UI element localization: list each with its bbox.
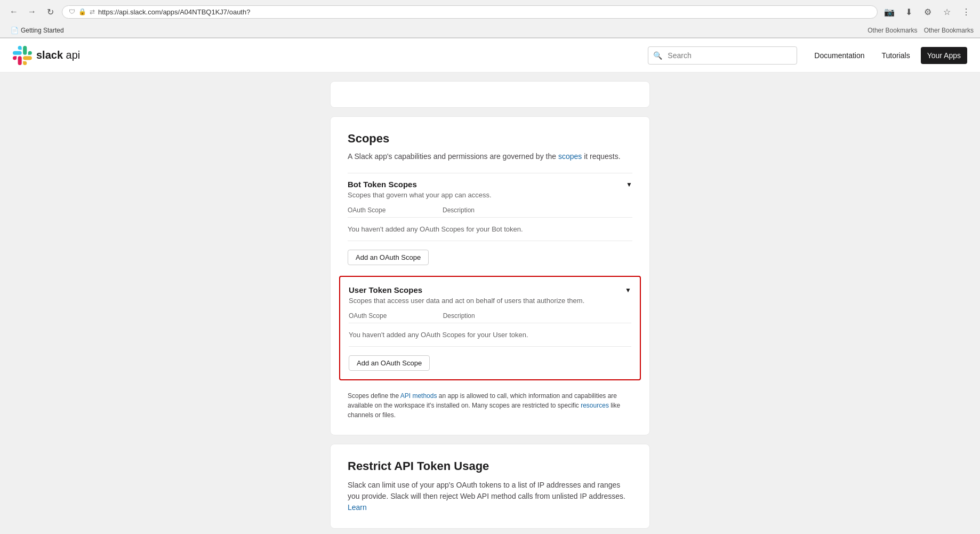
user-add-scope-button[interactable]: Add an OAuth Scope	[349, 355, 430, 371]
user-scope-empty: You haven't added any OAuth Scopes for y…	[349, 323, 631, 347]
content-wrapper: Scopes A Slack app's capabilities and pe…	[330, 73, 650, 534]
page-content: Scopes A Slack app's capabilities and pe…	[0, 73, 980, 534]
bot-col-desc: Description	[443, 206, 632, 214]
bot-token-subtitle: Scopes that govern what your app can acc…	[348, 191, 632, 199]
scopes-description: A Slack app's capabilities and permissio…	[348, 151, 632, 162]
reload-button[interactable]: ↻	[43, 4, 58, 19]
bookmarks-bar: 📄 Getting Started Other Bookmarks Other …	[0, 23, 980, 38]
scopes-link[interactable]: scopes	[558, 152, 582, 161]
user-col-desc: Description	[443, 312, 631, 320]
forward-button[interactable]: →	[25, 4, 39, 19]
nav-documentation[interactable]: Documentation	[808, 47, 871, 64]
bookmark-getting-started[interactable]: 📄 Getting Started	[6, 26, 68, 35]
user-token-section-highlighted: User Token Scopes ▼ Scopes that access u…	[339, 276, 641, 380]
search-icon: 🔍	[653, 51, 662, 60]
bot-scope-table-header: OAuth Scope Description	[348, 203, 632, 218]
restrict-title: Restrict API Token Usage	[348, 459, 632, 473]
nav-tutorials[interactable]: Tutorials	[875, 47, 917, 64]
slack-logo[interactable]: slack api	[13, 46, 80, 65]
sync-icon: ⇄	[90, 8, 95, 15]
bot-token-chevron: ▼	[626, 181, 632, 188]
other-bookmarks[interactable]: Other Bookmarks	[863, 26, 921, 35]
logo-light: api	[63, 49, 80, 61]
bot-scope-empty: You haven't added any OAuth Scopes for y…	[348, 218, 632, 241]
bot-token-header[interactable]: Bot Token Scopes ▼	[348, 173, 632, 191]
search-input[interactable]	[648, 46, 797, 65]
browser-toolbar: ← → ↻ 🛡 🔒 ⇄ https://api.slack.com/apps/A…	[0, 0, 980, 23]
user-token-chevron: ▼	[625, 286, 631, 294]
scopes-title: Scopes	[348, 132, 632, 146]
logo-text: slack api	[36, 49, 80, 61]
user-token-subtitle: Scopes that access user data and act on …	[349, 297, 631, 305]
scopes-desc-after: it requests.	[582, 152, 620, 161]
site-header: slack api 🔍 Documentation Tutorials Your…	[0, 38, 980, 73]
user-token-title: User Token Scopes	[349, 285, 422, 294]
browser-chrome: ← → ↻ 🛡 🔒 ⇄ https://api.slack.com/apps/A…	[0, 0, 980, 38]
slack-logo-icon	[13, 46, 32, 65]
footer-before-link1: Scopes define the	[348, 392, 400, 400]
menu-button[interactable]: ⋮	[959, 4, 974, 19]
footer-api-methods-link[interactable]: API methods	[400, 392, 437, 400]
bot-col-scope: OAuth Scope	[348, 206, 443, 214]
nav-your-apps[interactable]: Your Apps	[921, 47, 967, 64]
top-partial-card	[330, 81, 650, 108]
user-col-scope: OAuth Scope	[349, 312, 443, 320]
address-bar[interactable]: 🛡 🔒 ⇄ https://api.slack.com/apps/A04NTBQ…	[62, 5, 878, 19]
scopes-card: Scopes A Slack app's capabilities and pe…	[330, 116, 650, 435]
footer-resources-link[interactable]: resources	[581, 402, 609, 409]
security-icon: 🛡	[69, 8, 75, 15]
user-scope-table-header: OAuth Scope Description	[349, 309, 631, 323]
restrict-api-card: Restrict API Token Usage Slack can limit…	[330, 444, 650, 529]
screenshot-button[interactable]: 📷	[882, 4, 897, 19]
url-text: https://api.slack.com/apps/A04NTBQ1KJ7/o…	[98, 8, 871, 16]
search-container: 🔍	[648, 46, 797, 65]
extensions-button[interactable]: ⚙	[920, 4, 935, 19]
header-nav: Documentation Tutorials Your Apps	[808, 47, 967, 64]
bot-token-title: Bot Token Scopes	[348, 180, 417, 189]
scopes-desc-before: A Slack app's capabilities and permissio…	[348, 152, 558, 161]
logo-bold: slack	[36, 49, 63, 61]
restrict-desc-text: Slack can limit use of your app's OAuth …	[348, 481, 625, 500]
restrict-learn-link[interactable]: Learn	[348, 503, 367, 512]
back-button[interactable]: ←	[6, 4, 21, 19]
browser-nav-buttons: ← → ↻	[6, 4, 58, 19]
scopes-footer: Scopes define the API methods an app is …	[348, 391, 632, 420]
restrict-description: Slack can limit use of your app's OAuth …	[348, 480, 632, 513]
star-button[interactable]: ☆	[939, 4, 954, 19]
bookmark-icon: 📄	[11, 27, 19, 34]
browser-actions: 📷 ⬇ ⚙ ☆ ⋮	[882, 4, 974, 19]
user-token-header[interactable]: User Token Scopes ▼	[349, 285, 631, 297]
other-bookmarks-label[interactable]: Other Bookmarks	[924, 27, 974, 34]
bot-add-scope-button[interactable]: Add an OAuth Scope	[348, 250, 429, 265]
bot-token-section: Bot Token Scopes ▼ Scopes that govern wh…	[348, 173, 632, 265]
bookmark-label: Getting Started	[21, 27, 64, 34]
slack-page: slack api 🔍 Documentation Tutorials Your…	[0, 38, 980, 534]
downloads-button[interactable]: ⬇	[901, 4, 916, 19]
lock-icon: 🔒	[78, 8, 86, 15]
